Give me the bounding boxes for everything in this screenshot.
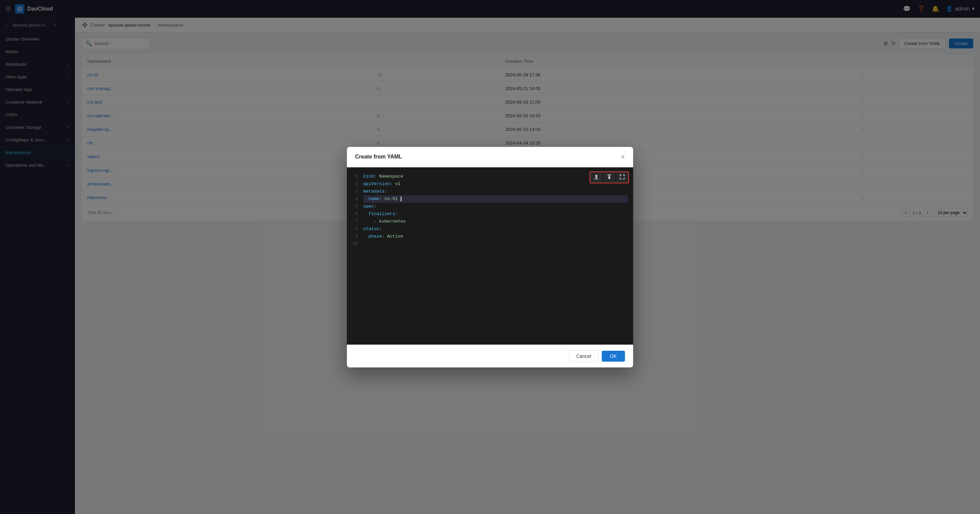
upload-button[interactable] (590, 172, 603, 183)
modal-footer: Cancel OK (347, 345, 633, 368)
code-line: - kubernetes (363, 218, 628, 225)
line-number: 3 (352, 188, 358, 195)
line-number: 5 (352, 203, 358, 210)
line-number: 2 (352, 180, 358, 188)
line-number: 4 (352, 195, 358, 203)
code-toolbar (590, 172, 629, 183)
yaml-code-editor[interactable]: 12345678910 kind: NamespaceapiVersion: v… (347, 167, 633, 345)
fullscreen-button[interactable] (616, 172, 628, 183)
modal-title: Create from YAML (355, 154, 402, 160)
code-lines[interactable]: kind: NamespaceapiVersion: v1metadata: n… (363, 173, 633, 248)
svg-rect-9 (607, 175, 611, 175)
code-line: kind: Namespace (363, 173, 628, 180)
code-line (363, 240, 628, 248)
code-line: spec: (363, 203, 628, 210)
code-line: metadata: (363, 188, 628, 195)
create-yaml-modal: Create from YAML × 12345678910 kind: Nam… (347, 147, 633, 368)
cancel-button[interactable]: Cancel (569, 350, 598, 362)
line-numbers: 12345678910 (347, 173, 363, 248)
line-number: 10 (352, 240, 358, 248)
code-line: phase: Active (363, 233, 628, 240)
line-number: 7 (352, 218, 358, 225)
code-line: finalizers: (363, 210, 628, 218)
modal-close-button[interactable]: × (621, 153, 625, 161)
code-line: status: (363, 225, 628, 233)
modal-header: Create from YAML × (347, 147, 633, 167)
modal-overlay: Create from YAML × 12345678910 kind: Nam… (0, 0, 980, 514)
code-line: name: ns-01 (363, 195, 628, 203)
line-number: 6 (352, 210, 358, 218)
line-number: 8 (352, 225, 358, 233)
svg-rect-8 (594, 178, 598, 179)
ok-button[interactable]: OK (602, 351, 625, 362)
code-line: apiVersion: v1 (363, 180, 628, 188)
line-number: 9 (352, 233, 358, 240)
line-number: 1 (352, 173, 358, 180)
download-button[interactable] (603, 172, 616, 183)
